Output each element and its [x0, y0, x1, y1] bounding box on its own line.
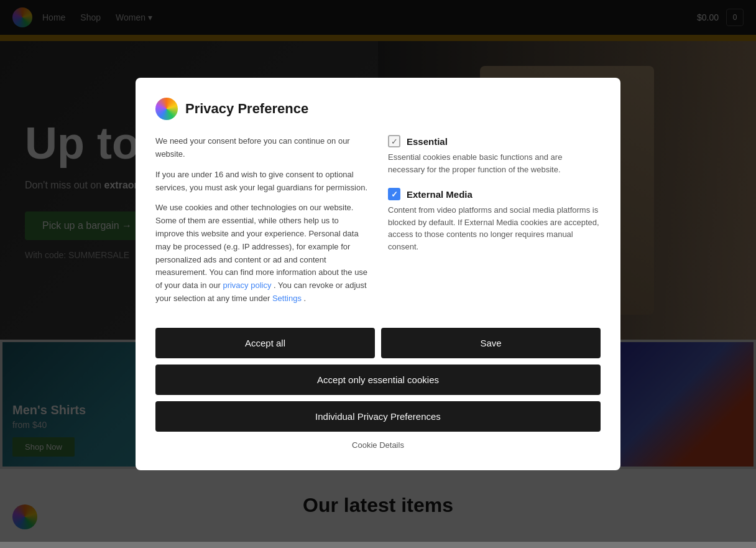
individual-preferences-button[interactable]: Individual Privacy Preferences: [155, 401, 601, 432]
cookie-details-link[interactable]: Cookie Details: [352, 440, 404, 450]
modal-para1: If you are under 16 and wish to give con…: [155, 169, 368, 195]
modal-buttons: Accept all Save Accept only essential co…: [155, 328, 601, 432]
modal-brand-logo: [155, 98, 178, 120]
essential-checkbox[interactable]: [388, 135, 400, 147]
accept-all-button[interactable]: Accept all: [155, 328, 375, 358]
modal-body: We need your consent before you can cont…: [155, 135, 601, 313]
modal-para2: We use cookies and other technologies on…: [155, 202, 368, 305]
modal-right-panel: Essential Essential cookies enable basic…: [388, 135, 601, 313]
privacy-policy-link[interactable]: privacy policy: [223, 281, 271, 290]
modal-overlay[interactable]: Privacy Preference We need your consent …: [0, 0, 756, 542]
modal-title: Privacy Preference: [185, 101, 308, 117]
primary-button-row: Accept all Save: [155, 328, 601, 358]
external-media-cookie-section: External Media Content from video platfo…: [388, 188, 601, 253]
external-media-cookie-desc: Content from video platforms and social …: [388, 204, 601, 253]
external-media-cookie-label: External Media: [407, 189, 472, 200]
privacy-modal: Privacy Preference We need your consent …: [136, 78, 620, 470]
settings-link[interactable]: Settings: [272, 294, 302, 303]
essential-cookie-section: Essential Essential cookies enable basic…: [388, 135, 601, 175]
external-media-checkbox-container[interactable]: [388, 188, 400, 200]
external-media-checkbox[interactable]: [388, 188, 400, 200]
essential-cookie-label: Essential: [407, 136, 448, 147]
modal-left-panel: We need your consent before you can cont…: [155, 135, 368, 313]
external-media-cookie-header: External Media: [388, 188, 601, 200]
essential-cookie-desc: Essential cookies enable basic functions…: [388, 151, 601, 175]
modal-header: Privacy Preference: [155, 98, 601, 120]
accept-essential-button[interactable]: Accept only essential cookies: [155, 365, 601, 395]
essential-cookie-header: Essential: [388, 135, 601, 147]
modal-intro: We need your consent before you can cont…: [155, 135, 368, 161]
essential-checkbox-container[interactable]: [388, 135, 400, 147]
save-button[interactable]: Save: [381, 328, 601, 358]
